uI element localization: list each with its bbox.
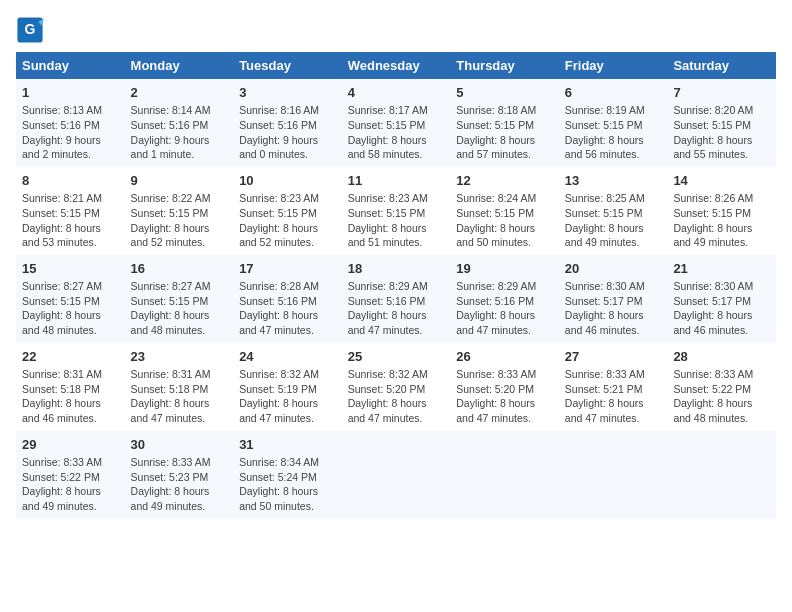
column-header-friday: Friday — [559, 52, 668, 79]
day-info: Sunrise: 8:23 AM Sunset: 5:15 PM Dayligh… — [239, 191, 336, 250]
day-cell: 25Sunrise: 8:32 AM Sunset: 5:20 PM Dayli… — [342, 343, 451, 431]
day-cell — [667, 431, 776, 519]
day-info: Sunrise: 8:34 AM Sunset: 5:24 PM Dayligh… — [239, 455, 336, 514]
week-row-5: 29Sunrise: 8:33 AM Sunset: 5:22 PM Dayli… — [16, 431, 776, 519]
day-number: 9 — [131, 172, 228, 190]
day-number: 15 — [22, 260, 119, 278]
day-info: Sunrise: 8:14 AM Sunset: 5:16 PM Dayligh… — [131, 103, 228, 162]
day-number: 8 — [22, 172, 119, 190]
day-info: Sunrise: 8:20 AM Sunset: 5:15 PM Dayligh… — [673, 103, 770, 162]
day-number: 18 — [348, 260, 445, 278]
column-header-tuesday: Tuesday — [233, 52, 342, 79]
calendar-table: SundayMondayTuesdayWednesdayThursdayFrid… — [16, 52, 776, 519]
svg-text:G: G — [25, 21, 36, 37]
week-row-1: 1Sunrise: 8:13 AM Sunset: 5:16 PM Daylig… — [16, 79, 776, 167]
day-number: 11 — [348, 172, 445, 190]
day-number: 19 — [456, 260, 553, 278]
day-info: Sunrise: 8:33 AM Sunset: 5:20 PM Dayligh… — [456, 367, 553, 426]
day-info: Sunrise: 8:29 AM Sunset: 5:16 PM Dayligh… — [456, 279, 553, 338]
column-header-thursday: Thursday — [450, 52, 559, 79]
day-cell: 16Sunrise: 8:27 AM Sunset: 5:15 PM Dayli… — [125, 255, 234, 343]
day-number: 23 — [131, 348, 228, 366]
day-info: Sunrise: 8:27 AM Sunset: 5:15 PM Dayligh… — [131, 279, 228, 338]
day-number: 31 — [239, 436, 336, 454]
day-info: Sunrise: 8:33 AM Sunset: 5:23 PM Dayligh… — [131, 455, 228, 514]
day-info: Sunrise: 8:30 AM Sunset: 5:17 PM Dayligh… — [565, 279, 662, 338]
day-info: Sunrise: 8:32 AM Sunset: 5:19 PM Dayligh… — [239, 367, 336, 426]
day-info: Sunrise: 8:18 AM Sunset: 5:15 PM Dayligh… — [456, 103, 553, 162]
day-number: 3 — [239, 84, 336, 102]
day-info: Sunrise: 8:27 AM Sunset: 5:15 PM Dayligh… — [22, 279, 119, 338]
day-info: Sunrise: 8:25 AM Sunset: 5:15 PM Dayligh… — [565, 191, 662, 250]
day-cell — [342, 431, 451, 519]
day-info: Sunrise: 8:19 AM Sunset: 5:15 PM Dayligh… — [565, 103, 662, 162]
day-info: Sunrise: 8:33 AM Sunset: 5:22 PM Dayligh… — [673, 367, 770, 426]
day-cell: 9Sunrise: 8:22 AM Sunset: 5:15 PM Daylig… — [125, 167, 234, 255]
day-number: 27 — [565, 348, 662, 366]
day-cell: 27Sunrise: 8:33 AM Sunset: 5:21 PM Dayli… — [559, 343, 668, 431]
day-info: Sunrise: 8:16 AM Sunset: 5:16 PM Dayligh… — [239, 103, 336, 162]
day-cell: 20Sunrise: 8:30 AM Sunset: 5:17 PM Dayli… — [559, 255, 668, 343]
day-cell: 7Sunrise: 8:20 AM Sunset: 5:15 PM Daylig… — [667, 79, 776, 167]
day-cell: 18Sunrise: 8:29 AM Sunset: 5:16 PM Dayli… — [342, 255, 451, 343]
day-info: Sunrise: 8:22 AM Sunset: 5:15 PM Dayligh… — [131, 191, 228, 250]
day-number: 20 — [565, 260, 662, 278]
day-number: 22 — [22, 348, 119, 366]
day-number: 4 — [348, 84, 445, 102]
day-cell — [450, 431, 559, 519]
day-info: Sunrise: 8:24 AM Sunset: 5:15 PM Dayligh… — [456, 191, 553, 250]
day-cell: 19Sunrise: 8:29 AM Sunset: 5:16 PM Dayli… — [450, 255, 559, 343]
calendar-body: 1Sunrise: 8:13 AM Sunset: 5:16 PM Daylig… — [16, 79, 776, 519]
day-cell: 31Sunrise: 8:34 AM Sunset: 5:24 PM Dayli… — [233, 431, 342, 519]
day-cell: 15Sunrise: 8:27 AM Sunset: 5:15 PM Dayli… — [16, 255, 125, 343]
column-header-sunday: Sunday — [16, 52, 125, 79]
day-info: Sunrise: 8:32 AM Sunset: 5:20 PM Dayligh… — [348, 367, 445, 426]
day-number: 28 — [673, 348, 770, 366]
day-info: Sunrise: 8:13 AM Sunset: 5:16 PM Dayligh… — [22, 103, 119, 162]
day-info: Sunrise: 8:33 AM Sunset: 5:22 PM Dayligh… — [22, 455, 119, 514]
day-info: Sunrise: 8:28 AM Sunset: 5:16 PM Dayligh… — [239, 279, 336, 338]
calendar-header-row: SundayMondayTuesdayWednesdayThursdayFrid… — [16, 52, 776, 79]
day-cell: 23Sunrise: 8:31 AM Sunset: 5:18 PM Dayli… — [125, 343, 234, 431]
day-number: 14 — [673, 172, 770, 190]
day-info: Sunrise: 8:23 AM Sunset: 5:15 PM Dayligh… — [348, 191, 445, 250]
day-info: Sunrise: 8:33 AM Sunset: 5:21 PM Dayligh… — [565, 367, 662, 426]
day-info: Sunrise: 8:17 AM Sunset: 5:15 PM Dayligh… — [348, 103, 445, 162]
day-number: 5 — [456, 84, 553, 102]
day-number: 12 — [456, 172, 553, 190]
week-row-4: 22Sunrise: 8:31 AM Sunset: 5:18 PM Dayli… — [16, 343, 776, 431]
day-cell: 21Sunrise: 8:30 AM Sunset: 5:17 PM Dayli… — [667, 255, 776, 343]
day-number: 16 — [131, 260, 228, 278]
day-info: Sunrise: 8:31 AM Sunset: 5:18 PM Dayligh… — [131, 367, 228, 426]
day-cell: 30Sunrise: 8:33 AM Sunset: 5:23 PM Dayli… — [125, 431, 234, 519]
day-cell: 26Sunrise: 8:33 AM Sunset: 5:20 PM Dayli… — [450, 343, 559, 431]
day-info: Sunrise: 8:30 AM Sunset: 5:17 PM Dayligh… — [673, 279, 770, 338]
day-number: 6 — [565, 84, 662, 102]
day-cell: 24Sunrise: 8:32 AM Sunset: 5:19 PM Dayli… — [233, 343, 342, 431]
column-header-saturday: Saturday — [667, 52, 776, 79]
day-cell: 28Sunrise: 8:33 AM Sunset: 5:22 PM Dayli… — [667, 343, 776, 431]
week-row-2: 8Sunrise: 8:21 AM Sunset: 5:15 PM Daylig… — [16, 167, 776, 255]
day-cell: 14Sunrise: 8:26 AM Sunset: 5:15 PM Dayli… — [667, 167, 776, 255]
day-cell — [559, 431, 668, 519]
day-number: 2 — [131, 84, 228, 102]
day-number: 13 — [565, 172, 662, 190]
day-cell: 12Sunrise: 8:24 AM Sunset: 5:15 PM Dayli… — [450, 167, 559, 255]
day-info: Sunrise: 8:29 AM Sunset: 5:16 PM Dayligh… — [348, 279, 445, 338]
day-cell: 10Sunrise: 8:23 AM Sunset: 5:15 PM Dayli… — [233, 167, 342, 255]
day-number: 29 — [22, 436, 119, 454]
day-number: 7 — [673, 84, 770, 102]
day-number: 24 — [239, 348, 336, 366]
day-cell: 5Sunrise: 8:18 AM Sunset: 5:15 PM Daylig… — [450, 79, 559, 167]
day-number: 10 — [239, 172, 336, 190]
day-cell: 6Sunrise: 8:19 AM Sunset: 5:15 PM Daylig… — [559, 79, 668, 167]
day-cell: 2Sunrise: 8:14 AM Sunset: 5:16 PM Daylig… — [125, 79, 234, 167]
day-number: 30 — [131, 436, 228, 454]
day-cell: 17Sunrise: 8:28 AM Sunset: 5:16 PM Dayli… — [233, 255, 342, 343]
day-number: 21 — [673, 260, 770, 278]
page-header: G — [16, 16, 776, 44]
day-cell: 13Sunrise: 8:25 AM Sunset: 5:15 PM Dayli… — [559, 167, 668, 255]
day-cell: 11Sunrise: 8:23 AM Sunset: 5:15 PM Dayli… — [342, 167, 451, 255]
day-number: 26 — [456, 348, 553, 366]
column-header-wednesday: Wednesday — [342, 52, 451, 79]
